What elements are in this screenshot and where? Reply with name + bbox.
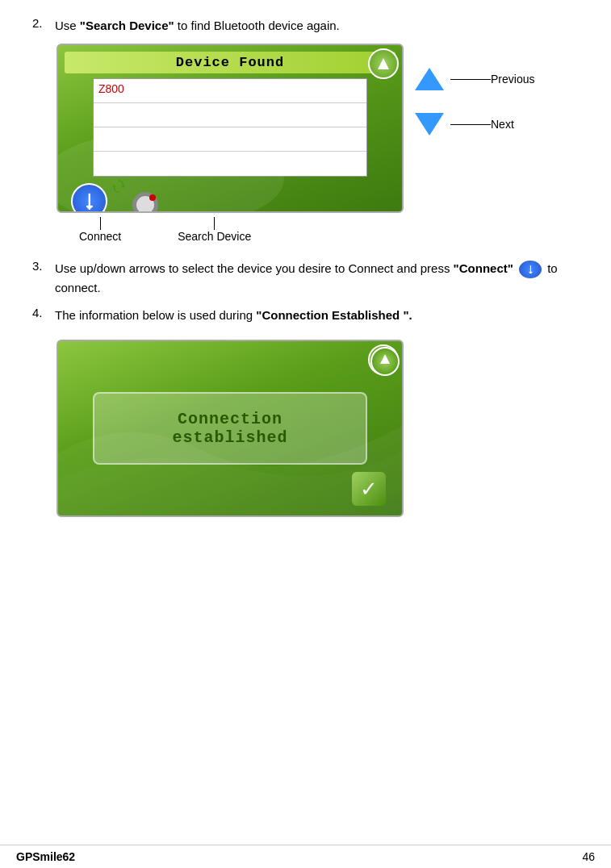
next-label-group: Next [450,118,514,131]
panel-icons: ⭣ [65,183,395,213]
bluetooth-symbol: ⭣ [81,191,98,212]
step-2-text-before: Use [55,19,80,32]
connect-line [100,217,101,230]
device-list-item-3[interactable] [94,127,366,152]
device-list-item-4[interactable] [94,152,366,176]
step-4-number: 4. [32,306,55,319]
step-3-text: Use up/down arrows to select the device … [55,259,579,298]
search-device-label: Search Device [178,230,251,243]
connect-label-group: Connect [79,217,121,243]
wave-decoration [58,394,402,515]
device-list: Z800 [93,78,367,177]
step-3-row: 3. Use up/down arrows to select the devi… [32,259,579,298]
previous-line [450,79,491,80]
next-line [450,124,491,125]
conn-nav-disk-icon [370,346,400,377]
step-2-bold: "Search Device" [80,19,174,32]
step-2-text-after: to find Bluetooth device again. [174,19,340,32]
checkmark-symbol: ✓ [360,478,378,499]
device-list-item-1[interactable]: Z800 [94,79,366,103]
previous-label-group: Previous [450,73,534,86]
step-3-number: 3. [32,259,55,273]
connect-label: Connect [79,230,121,243]
search-circle [132,192,158,213]
search-device-label-group: Search Device [178,217,251,243]
conn-check-icon: ✓ [352,472,386,506]
step-3-bold: "Connect" [454,261,513,275]
footer-brand: GPSmile62 [16,850,75,863]
connection-panel: Connection established ✓ [56,340,404,517]
nav-disk-inner [378,58,389,69]
page-footer: GPSmile62 46 [0,845,611,868]
scroll-down-button[interactable] [415,113,444,136]
device-found-panel: Device Found Z800 ⭣ [56,44,404,213]
bluetooth-icon-wrap: ⭣ [71,183,115,213]
scroll-up-button[interactable] [415,68,444,90]
next-label: Next [491,118,514,131]
step-2-text: Use "Search Device" to find Bluetooth de… [55,16,579,35]
step-4-text-before: The information below is used during [55,308,256,322]
icon-labels-row: Connect Search Device [56,217,579,243]
previous-label: Previous [491,73,534,86]
step-4-text: The information below is used during "Co… [55,306,579,325]
device-found-wrapper: Device Found Z800 ⭣ [56,44,579,213]
search-device-line [214,217,215,230]
step-4-bold: "Connection Established ". [256,308,412,322]
previous-arrow-row: Previous [415,68,534,90]
footer-page-number: 46 [582,850,595,863]
connect-inline-icon: ⭣ [519,261,542,278]
step-2-number: 2. [32,16,55,30]
scroll-arrows-panel: Previous Next [415,68,534,136]
conn-nav-disk[interactable] [368,344,399,375]
step-4-row: 4. The information below is used during … [32,306,579,325]
search-red-dot [149,194,156,201]
search-icon-wrap [125,185,165,213]
panel-title: Device Found [65,52,395,73]
step-2-row: 2. Use "Search Device" to find Bluetooth… [32,16,579,35]
nav-disk[interactable] [368,48,399,79]
bluetooth-circle[interactable]: ⭣ [71,183,107,213]
device-list-item-2[interactable] [94,103,366,127]
next-arrow-row: Next [415,113,514,136]
step-3-text-before: Use up/down arrows to select the device … [55,261,454,275]
